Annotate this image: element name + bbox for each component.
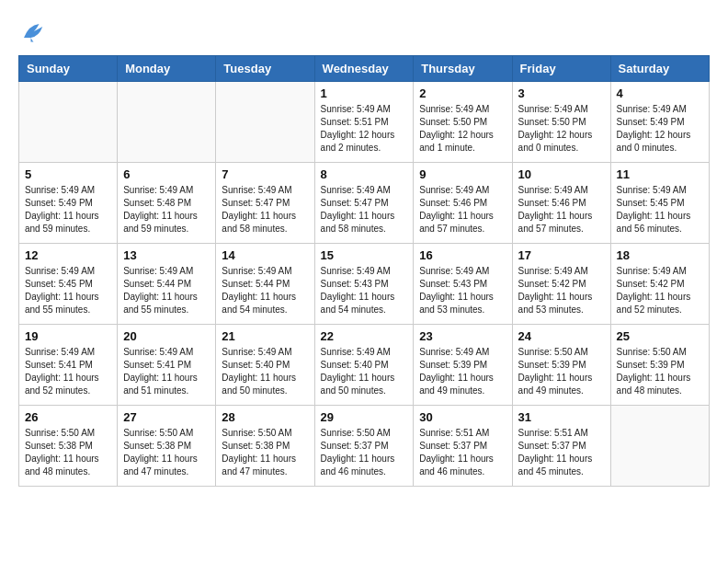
calendar-cell xyxy=(216,82,314,163)
days-header-row: SundayMondayTuesdayWednesdayThursdayFrid… xyxy=(19,56,710,82)
calendar-cell: 7Sunrise: 5:49 AM Sunset: 5:47 PM Daylig… xyxy=(216,163,314,244)
day-info: Sunrise: 5:49 AM Sunset: 5:39 PM Dayligh… xyxy=(419,346,506,397)
day-number: 15 xyxy=(321,248,408,262)
day-number: 3 xyxy=(518,86,605,100)
day-header-tuesday: Tuesday xyxy=(216,56,314,82)
week-row-1: 1Sunrise: 5:49 AM Sunset: 5:51 PM Daylig… xyxy=(19,82,710,163)
day-number: 26 xyxy=(25,410,111,424)
day-info: Sunrise: 5:49 AM Sunset: 5:44 PM Dayligh… xyxy=(222,265,308,316)
day-number: 1 xyxy=(321,86,408,100)
day-info: Sunrise: 5:49 AM Sunset: 5:44 PM Dayligh… xyxy=(123,265,210,316)
day-info: Sunrise: 5:49 AM Sunset: 5:45 PM Dayligh… xyxy=(617,184,703,236)
day-info: Sunrise: 5:50 AM Sunset: 5:39 PM Dayligh… xyxy=(617,346,703,397)
day-number: 11 xyxy=(617,167,703,181)
calendar-cell: 9Sunrise: 5:49 AM Sunset: 5:46 PM Daylig… xyxy=(414,163,512,244)
calendar-cell: 4Sunrise: 5:49 AM Sunset: 5:49 PM Daylig… xyxy=(610,82,709,163)
day-number: 30 xyxy=(419,410,506,424)
calendar-cell xyxy=(118,82,216,163)
day-number: 19 xyxy=(25,329,111,343)
day-number: 6 xyxy=(123,167,210,181)
day-info: Sunrise: 5:49 AM Sunset: 5:48 PM Dayligh… xyxy=(123,184,210,236)
day-number: 16 xyxy=(419,248,506,262)
week-row-2: 5Sunrise: 5:49 AM Sunset: 5:49 PM Daylig… xyxy=(19,163,710,244)
day-info: Sunrise: 5:49 AM Sunset: 5:41 PM Dayligh… xyxy=(123,346,210,397)
week-row-4: 19Sunrise: 5:49 AM Sunset: 5:41 PM Dayli… xyxy=(19,325,710,406)
calendar-cell: 21Sunrise: 5:49 AM Sunset: 5:40 PM Dayli… xyxy=(216,325,314,406)
calendar-cell: 31Sunrise: 5:51 AM Sunset: 5:37 PM Dayli… xyxy=(512,406,610,487)
day-number: 17 xyxy=(518,248,605,262)
day-header-sunday: Sunday xyxy=(19,56,118,82)
week-row-5: 26Sunrise: 5:50 AM Sunset: 5:38 PM Dayli… xyxy=(19,406,710,487)
day-number: 14 xyxy=(222,248,308,262)
day-info: Sunrise: 5:49 AM Sunset: 5:50 PM Dayligh… xyxy=(518,103,605,155)
day-info: Sunrise: 5:49 AM Sunset: 5:40 PM Dayligh… xyxy=(222,346,308,397)
day-number: 29 xyxy=(321,410,408,424)
day-info: Sunrise: 5:49 AM Sunset: 5:46 PM Dayligh… xyxy=(518,184,605,236)
day-info: Sunrise: 5:49 AM Sunset: 5:46 PM Dayligh… xyxy=(419,184,506,236)
logo-icon xyxy=(18,18,46,46)
day-info: Sunrise: 5:49 AM Sunset: 5:43 PM Dayligh… xyxy=(321,265,408,316)
day-number: 25 xyxy=(617,329,703,343)
day-info: Sunrise: 5:49 AM Sunset: 5:49 PM Dayligh… xyxy=(25,184,111,236)
calendar-cell: 19Sunrise: 5:49 AM Sunset: 5:41 PM Dayli… xyxy=(19,325,118,406)
day-info: Sunrise: 5:50 AM Sunset: 5:38 PM Dayligh… xyxy=(25,427,111,478)
calendar-table: SundayMondayTuesdayWednesdayThursdayFrid… xyxy=(18,55,710,487)
day-info: Sunrise: 5:49 AM Sunset: 5:50 PM Dayligh… xyxy=(419,103,506,155)
day-number: 10 xyxy=(518,167,605,181)
calendar-cell: 3Sunrise: 5:49 AM Sunset: 5:50 PM Daylig… xyxy=(512,82,610,163)
calendar-cell: 17Sunrise: 5:49 AM Sunset: 5:42 PM Dayli… xyxy=(512,244,610,325)
calendar-cell: 11Sunrise: 5:49 AM Sunset: 5:45 PM Dayli… xyxy=(610,163,709,244)
day-header-thursday: Thursday xyxy=(414,56,512,82)
day-header-friday: Friday xyxy=(512,56,610,82)
calendar-cell: 23Sunrise: 5:49 AM Sunset: 5:39 PM Dayli… xyxy=(414,325,512,406)
page-header xyxy=(18,18,710,46)
calendar-cell xyxy=(610,406,709,487)
calendar-cell: 26Sunrise: 5:50 AM Sunset: 5:38 PM Dayli… xyxy=(19,406,118,487)
calendar-cell: 29Sunrise: 5:50 AM Sunset: 5:37 PM Dayli… xyxy=(314,406,414,487)
day-number: 13 xyxy=(123,248,210,262)
week-row-3: 12Sunrise: 5:49 AM Sunset: 5:45 PM Dayli… xyxy=(19,244,710,325)
day-info: Sunrise: 5:49 AM Sunset: 5:42 PM Dayligh… xyxy=(617,265,703,316)
day-number: 23 xyxy=(419,329,506,343)
calendar-cell xyxy=(19,82,118,163)
day-header-monday: Monday xyxy=(118,56,216,82)
calendar-cell: 13Sunrise: 5:49 AM Sunset: 5:44 PM Dayli… xyxy=(118,244,216,325)
day-info: Sunrise: 5:50 AM Sunset: 5:38 PM Dayligh… xyxy=(222,427,308,478)
calendar-cell: 20Sunrise: 5:49 AM Sunset: 5:41 PM Dayli… xyxy=(118,325,216,406)
calendar-cell: 18Sunrise: 5:49 AM Sunset: 5:42 PM Dayli… xyxy=(610,244,709,325)
day-info: Sunrise: 5:49 AM Sunset: 5:47 PM Dayligh… xyxy=(321,184,408,236)
day-number: 5 xyxy=(25,167,111,181)
day-number: 18 xyxy=(617,248,703,262)
calendar-cell: 27Sunrise: 5:50 AM Sunset: 5:38 PM Dayli… xyxy=(118,406,216,487)
day-info: Sunrise: 5:49 AM Sunset: 5:43 PM Dayligh… xyxy=(419,265,506,316)
day-number: 8 xyxy=(321,167,408,181)
calendar-cell: 8Sunrise: 5:49 AM Sunset: 5:47 PM Daylig… xyxy=(314,163,414,244)
day-header-saturday: Saturday xyxy=(610,56,709,82)
calendar-cell: 2Sunrise: 5:49 AM Sunset: 5:50 PM Daylig… xyxy=(414,82,512,163)
day-number: 28 xyxy=(222,410,308,424)
day-info: Sunrise: 5:49 AM Sunset: 5:45 PM Dayligh… xyxy=(25,265,111,316)
calendar-cell: 15Sunrise: 5:49 AM Sunset: 5:43 PM Dayli… xyxy=(314,244,414,325)
day-number: 24 xyxy=(518,329,605,343)
calendar-cell: 24Sunrise: 5:50 AM Sunset: 5:39 PM Dayli… xyxy=(512,325,610,406)
day-info: Sunrise: 5:49 AM Sunset: 5:40 PM Dayligh… xyxy=(321,346,408,397)
calendar-cell: 30Sunrise: 5:51 AM Sunset: 5:37 PM Dayli… xyxy=(414,406,512,487)
day-number: 12 xyxy=(25,248,111,262)
calendar-cell: 16Sunrise: 5:49 AM Sunset: 5:43 PM Dayli… xyxy=(414,244,512,325)
day-header-wednesday: Wednesday xyxy=(314,56,414,82)
day-number: 22 xyxy=(321,329,408,343)
day-info: Sunrise: 5:51 AM Sunset: 5:37 PM Dayligh… xyxy=(419,427,506,478)
day-info: Sunrise: 5:49 AM Sunset: 5:49 PM Dayligh… xyxy=(617,103,703,155)
calendar-cell: 1Sunrise: 5:49 AM Sunset: 5:51 PM Daylig… xyxy=(314,82,414,163)
day-info: Sunrise: 5:50 AM Sunset: 5:39 PM Dayligh… xyxy=(518,346,605,397)
day-number: 21 xyxy=(222,329,308,343)
day-number: 27 xyxy=(123,410,210,424)
day-number: 4 xyxy=(617,86,703,100)
calendar-cell: 12Sunrise: 5:49 AM Sunset: 5:45 PM Dayli… xyxy=(19,244,118,325)
logo xyxy=(18,18,50,46)
day-info: Sunrise: 5:51 AM Sunset: 5:37 PM Dayligh… xyxy=(518,427,605,478)
day-number: 31 xyxy=(518,410,605,424)
calendar-cell: 25Sunrise: 5:50 AM Sunset: 5:39 PM Dayli… xyxy=(610,325,709,406)
day-number: 7 xyxy=(222,167,308,181)
day-number: 9 xyxy=(419,167,506,181)
